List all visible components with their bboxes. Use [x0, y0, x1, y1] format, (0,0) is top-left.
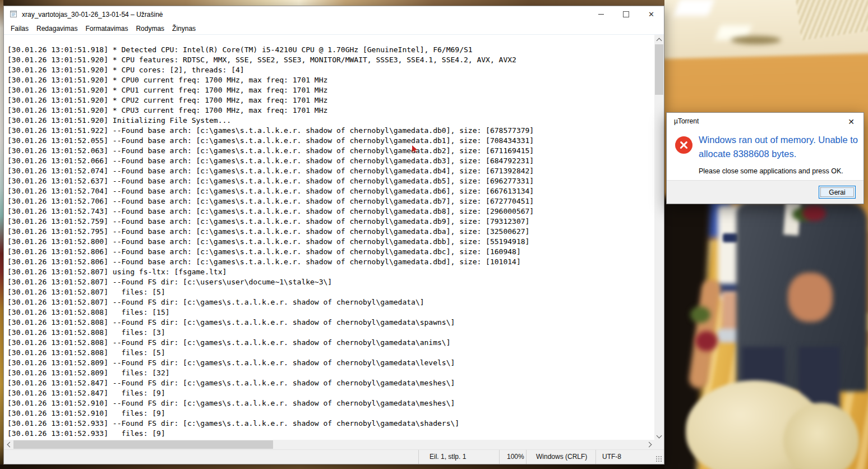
- minimize-icon: [598, 14, 604, 15]
- status-cursor-position: Eil. 1, stlp. 1: [430, 450, 466, 464]
- status-divider: [418, 450, 419, 464]
- log-line: [30.01.26 13:01:52.808] --Found FS dir: …: [7, 318, 654, 328]
- log-line: [30.01.26 13:01:52.806] --Found base arc…: [7, 257, 654, 267]
- log-line: [30.01.26 13:01:51.918] * Detected CPU: …: [7, 45, 654, 55]
- menu-item-failas[interactable]: Failas: [7, 23, 33, 34]
- log-line: [30.01.26 13:01:52.637] --Found base arc…: [7, 176, 654, 186]
- log-line: [30.01.26 13:01:52.743] --Found base arc…: [7, 206, 654, 217]
- log-line: [30.01.26 13:01:52.074] --Found base arc…: [7, 166, 654, 176]
- scroll-right-button[interactable]: [645, 440, 654, 449]
- log-line: [30.01.26 13:01:52.910] --Found FS dir: …: [7, 398, 654, 408]
- log-line: [30.01.26 13:01:51.920] * CPU3 current f…: [7, 105, 654, 116]
- log-line: [30.01.26 13:01:52.809] files: [32]: [7, 368, 654, 378]
- dialog-secondary-message: Please close some applications and press…: [699, 167, 843, 175]
- log-line: [30.01.26 13:01:52.704] --Found base arc…: [7, 186, 654, 196]
- log-line: [30.01.26 13:01:52.807] using fs-ltx: [f…: [7, 267, 654, 277]
- window-controls: ✕: [588, 6, 664, 22]
- menu-item-žinynas[interactable]: Žinynas: [168, 23, 200, 34]
- scroll-left-button[interactable]: [4, 440, 13, 449]
- dialog-close-button[interactable]: ✕: [843, 115, 859, 128]
- photo-hands: [788, 273, 833, 322]
- log-line: [30.01.26 13:01:52.808] files: [5]: [7, 348, 654, 358]
- status-divider: [595, 450, 596, 464]
- notepad-icon: [9, 9, 18, 20]
- status-line-ending: Windows (CRLF): [536, 450, 587, 464]
- close-button[interactable]: ✕: [639, 6, 664, 22]
- dialog-footer: Gerai: [667, 180, 864, 204]
- photo-flower-leaves: [690, 306, 710, 323]
- status-divider: [499, 450, 500, 464]
- status-divider: [526, 450, 527, 464]
- log-line: [30.01.26 13:01:51.920] Initializing Fil…: [7, 116, 654, 126]
- log-line: [30.01.26 13:01:52.807] --Found FS dir: …: [7, 277, 654, 287]
- log-line: [30.01.26 13:01:52.847] files: [9]: [7, 388, 654, 398]
- log-line: [30.01.26 13:01:52.055] --Found base arc…: [7, 136, 654, 146]
- photo-ceiling-light: [674, 0, 715, 16]
- log-line: [30.01.26 13:01:52.063] --Found base arc…: [7, 146, 654, 156]
- log-line: [30.01.26 13:01:52.933] files: [9]: [7, 429, 654, 439]
- menu-bar: FailasRedagavimasFormatavimasRodymasŽiny…: [4, 22, 664, 35]
- log-line: [30.01.26 13:01:52.806] --Found base arc…: [7, 247, 654, 257]
- menu-item-formatavimas[interactable]: Formatavimas: [81, 23, 132, 34]
- photo-ceiling-vent: [731, 36, 781, 44]
- log-line: [30.01.26 13:01:52.808] --Found FS dir: …: [7, 338, 654, 348]
- ok-button[interactable]: Gerai: [819, 186, 856, 199]
- utorrent-dialog: µTorrent ✕ Windows ran out of memory. Un…: [666, 112, 864, 204]
- status-zoom-level: 100%: [507, 450, 524, 464]
- status-encoding: UTF-8: [602, 450, 621, 464]
- log-line: [30.01.26 13:01:52.759] --Found base arc…: [7, 217, 654, 227]
- horizontal-scrollbar[interactable]: [4, 440, 654, 449]
- menu-item-redagavimas[interactable]: Redagavimas: [33, 23, 81, 34]
- maximize-button[interactable]: [613, 6, 639, 22]
- log-line: [30.01.26 13:01:52.933] --Found FS dir: …: [7, 419, 654, 429]
- scroll-up-button[interactable]: [654, 35, 664, 44]
- close-icon: ✕: [848, 117, 855, 126]
- log-line: [30.01.26 13:01:51.920] * CPU cores: [2]…: [7, 65, 654, 75]
- log-line: [30.01.26 13:01:52.706] --Found base arc…: [7, 196, 654, 206]
- log-line: [30.01.26 13:01:51.920] * CPU1 current f…: [7, 85, 654, 95]
- chevron-right-icon: [646, 442, 652, 448]
- log-line: [30.01.26 13:01:51.920] * CPU features: …: [7, 55, 654, 65]
- log-line: [30.01.26 13:01:52.066] --Found base arc…: [7, 156, 654, 166]
- ok-button-label: Gerai: [829, 188, 845, 196]
- error-icon: [675, 136, 692, 154]
- log-line: [30.01.26 13:01:51.922] --Found base arc…: [7, 126, 654, 136]
- log-line: [30.01.26 13:01:52.847] --Found FS dir: …: [7, 378, 654, 388]
- log-line: [30.01.26 13:01:52.808] files: [15]: [7, 307, 654, 318]
- photo-flower-rose: [695, 331, 718, 351]
- log-line: [30.01.26 13:01:52.795] --Found base arc…: [7, 227, 654, 237]
- chevron-down-icon: [657, 433, 662, 438]
- photo-bottom-strip: [0, 465, 664, 469]
- status-bar: Eil. 1, stlp. 1 100% Windows (CRLF) UTF-…: [4, 449, 664, 464]
- notepad-window: xray_vartotojas_30-01-26_13-01-54 – Užra…: [3, 6, 664, 465]
- log-line: [30.01.26 13:01:52.807] files: [5]: [7, 287, 654, 297]
- maximize-icon: [623, 11, 629, 17]
- scrollbar-corner: [654, 440, 664, 449]
- vertical-scroll-thumb[interactable]: [655, 44, 663, 95]
- vertical-scrollbar[interactable]: [654, 35, 664, 441]
- dialog-main-message: Windows ran out of memory. Unable to all…: [699, 133, 862, 161]
- photo-boutonniere-rose: [802, 205, 826, 221]
- log-line: [30.01.26 13:01:52.800] --Found base arc…: [7, 237, 654, 247]
- resize-grip[interactable]: [656, 456, 662, 462]
- log-text-area[interactable]: [30.01.26 13:01:51.918] * Detected CPU: …: [4, 35, 654, 441]
- minimize-button[interactable]: [588, 6, 613, 22]
- window-title: xray_vartotojas_30-01-26_13-01-54 – Užra…: [22, 11, 163, 19]
- log-line: [30.01.26 13:01:52.809] --Found FS dir: …: [7, 358, 654, 368]
- horizontal-scroll-thumb[interactable]: [13, 440, 273, 449]
- log-line: [30.01.26 13:01:51.920] * CPU2 current f…: [7, 95, 654, 105]
- dialog-title: µTorrent: [674, 117, 699, 125]
- chevron-left-icon: [7, 442, 12, 448]
- chevron-up-icon: [657, 38, 662, 43]
- title-bar[interactable]: xray_vartotojas_30-01-26_13-01-54 – Užra…: [4, 6, 664, 22]
- log-line: [30.01.26 13:01:52.808] files: [3]: [7, 328, 654, 338]
- log-line: [30.01.26 13:01:52.807] --Found FS dir: …: [7, 297, 654, 307]
- photo-top-strip: [0, 0, 664, 6]
- menu-item-rodymas[interactable]: Rodymas: [132, 23, 168, 34]
- log-line: [30.01.26 13:01:52.910] files: [9]: [7, 408, 654, 419]
- photo-right-area: [664, 0, 868, 469]
- log-line: [30.01.26 13:01:51.920] * CPU0 current f…: [7, 75, 654, 85]
- close-icon: ✕: [648, 11, 654, 18]
